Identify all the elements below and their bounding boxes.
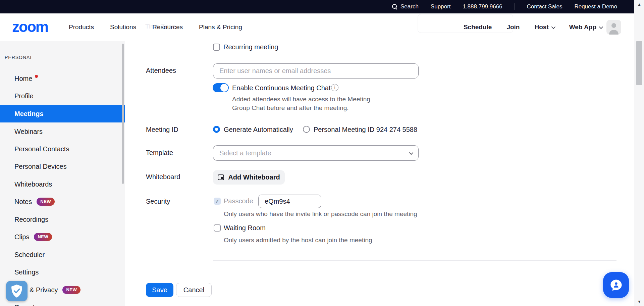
save-button[interactable]: Save [146, 283, 173, 297]
nav-right-group: Schedule Join Host Web App [464, 13, 602, 41]
chat-person-icon [609, 278, 623, 292]
utility-top-bar: Search Support 1.888.799.9666 Contact Sa… [0, 0, 634, 13]
attendees-label: Attendees [146, 67, 176, 74]
sidebar-item-settings[interactable]: Settings [0, 263, 125, 281]
nav-web-app-label: Web App [569, 23, 596, 31]
search-icon [392, 4, 397, 9]
zoom-web-app-page: Search Support 1.888.799.9666 Contact Sa… [0, 0, 644, 306]
template-label: Template [146, 149, 173, 157]
new-badge: NEW [37, 198, 55, 206]
meeting-id-pmi-label[interactable]: Personal Meeting ID 924 274 5588 [314, 126, 417, 134]
sidebar-item-label: Personal Contacts [14, 140, 69, 158]
nav-products[interactable]: Products [69, 23, 94, 31]
waiting-room-label[interactable]: Waiting Room [224, 224, 266, 232]
scroll-down-arrow[interactable]: ▼ [634, 299, 644, 304]
sidebar-item-profile[interactable]: Profile [0, 87, 125, 105]
meeting-id-auto-label[interactable]: Generate Automatically [224, 126, 293, 134]
search-link[interactable]: Search [392, 3, 419, 10]
chevron-down-icon [551, 24, 555, 29]
sidebar-item-label: Webinars [14, 123, 43, 140]
sidebar-item-home[interactable]: Home [0, 70, 125, 87]
sidebar-item-label: & Privacy [30, 281, 58, 299]
sidebar-item-scheduler[interactable]: Scheduler [0, 246, 125, 263]
template-select-value: Select a template [219, 149, 271, 157]
nav-join[interactable]: Join [506, 23, 520, 31]
new-badge: NEW [34, 233, 52, 241]
form-divider [213, 260, 616, 261]
scroll-up-arrow[interactable]: ▲ [634, 2, 644, 7]
nav-resources[interactable]: Resources [152, 23, 183, 31]
nav-web-app[interactable]: Web App [569, 23, 602, 31]
waiting-room-helper: Only users admitted by the host can join… [224, 237, 372, 244]
recurring-meeting-checkbox[interactable] [213, 44, 220, 51]
toggle-knob [220, 84, 228, 92]
chat-helper-line1: Added attendees will have access to the … [232, 96, 370, 103]
security-label: Security [146, 198, 170, 205]
privacy-shield-overlay-button[interactable] [6, 281, 28, 301]
schedule-meeting-form: Recurring meeting Attendees Enable Conti… [125, 41, 634, 306]
chevron-down-icon [599, 24, 603, 29]
sidebar-section-personal: PERSONAL [5, 55, 33, 60]
sidebar-item-meetings[interactable]: Meetings [0, 105, 125, 122]
sidebar-item-label: Personal Devices [14, 158, 67, 175]
new-badge: NEW [62, 286, 80, 294]
passcode-checkbox[interactable]: ✓ [214, 198, 221, 205]
nav-schedule[interactable]: Schedule [464, 23, 492, 31]
recurring-meeting-label[interactable]: Recurring meeting [223, 43, 278, 51]
page-scrollbar-thumb[interactable] [636, 41, 642, 85]
sidebar-item-label: Notes [14, 193, 32, 210]
user-avatar[interactable] [606, 20, 621, 35]
sidebar-item-label: Recordings [14, 211, 48, 228]
sidebar-item-personal-devices[interactable]: Personal Devices [0, 158, 125, 175]
zoom-logo[interactable]: zoom [12, 19, 48, 34]
passcode-helper: Only users who have the invite link or p… [224, 210, 417, 218]
info-icon[interactable]: i [331, 84, 338, 91]
main-navbar: Time Zone zoom Products Solutions Resour… [0, 13, 634, 41]
nav-solutions[interactable]: Solutions [110, 23, 136, 31]
page-scrollbar[interactable]: ▲ ▼ [634, 0, 644, 306]
nav-plans-pricing[interactable]: Plans & Pricing [199, 23, 242, 31]
chat-support-fab[interactable] [603, 272, 629, 298]
template-select[interactable]: Select a template [213, 145, 419, 161]
meeting-id-label: Meeting ID [146, 126, 178, 134]
sidebar-item-personal-contacts[interactable]: Personal Contacts [0, 140, 125, 158]
request-demo-link[interactable]: Request a Demo [574, 3, 617, 10]
support-link[interactable]: Support [431, 3, 451, 10]
sidebar-item-recordings[interactable]: Recordings [0, 211, 125, 228]
notification-dot-icon [35, 75, 38, 78]
meeting-id-auto-radio[interactable] [213, 126, 220, 133]
sidebar-item-clips[interactable]: Clips NEW [0, 228, 125, 246]
cancel-button[interactable]: Cancel [176, 283, 212, 297]
shield-check-icon [10, 284, 23, 299]
chat-helper-line2: Group Chat before and after the meeting. [232, 104, 349, 112]
meeting-id-pmi-radio[interactable] [303, 126, 310, 133]
sidebar-item-notes[interactable]: Notes NEW [0, 193, 125, 210]
sidebar: PERSONAL Home Profile Meetings Webinars … [0, 41, 125, 306]
sidebar-item-label: Clips [14, 228, 29, 246]
person-icon [606, 20, 621, 35]
passcode-input[interactable] [258, 195, 321, 208]
sidebar-item-label: Scheduler [14, 246, 45, 263]
continuous-chat-label: Enable Continuous Meeting Chat [232, 84, 331, 92]
nav-host-label: Host [534, 23, 548, 31]
sidebar-item-label: Home [14, 70, 32, 87]
phone-link[interactable]: 1.888.799.9666 [463, 3, 502, 10]
sidebar-item-whiteboards[interactable]: Whiteboards [0, 175, 125, 193]
waiting-room-checkbox[interactable] [214, 224, 221, 232]
add-whiteboard-button[interactable]: Add Whiteboard [213, 170, 285, 185]
sidebar-item-webinars[interactable]: Webinars [0, 123, 125, 140]
sidebar-item-label: Settings [14, 263, 39, 281]
add-whiteboard-label: Add Whiteboard [228, 173, 280, 181]
whiteboard-label: Whiteboard [146, 173, 180, 181]
sidebar-scrollbar-thumb[interactable] [122, 44, 124, 184]
passcode-label: Passcode [224, 197, 253, 205]
chevron-down-icon [409, 150, 414, 155]
sidebar-item-label: Whiteboards [14, 175, 52, 193]
contact-sales-link[interactable]: Contact Sales [527, 3, 562, 10]
sidebar-item-label: Meetings [14, 105, 44, 122]
attendees-input[interactable] [213, 63, 419, 79]
nav-left-group: Products Solutions Resources Plans & Pri… [69, 13, 242, 41]
sidebar-item-label: Profile [14, 87, 34, 105]
continuous-chat-toggle[interactable] [213, 83, 229, 92]
nav-host[interactable]: Host [534, 23, 554, 31]
